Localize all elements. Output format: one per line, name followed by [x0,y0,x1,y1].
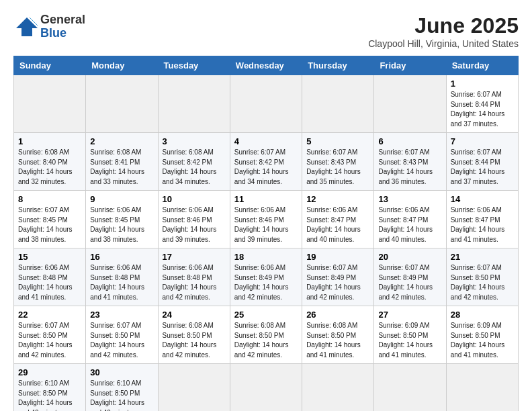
calendar-day-header: Friday [374,56,446,75]
calendar-week-row: 15Sunrise: 6:06 AMSunset: 8:48 PMDayligh… [14,248,519,306]
logo: General Blue [13,13,85,40]
day-number: 9 [90,194,153,204]
calendar-cell: 16Sunrise: 6:06 AMSunset: 8:48 PMDayligh… [86,248,158,306]
day-number: 17 [163,252,226,262]
calendar-header-row: SundayMondayTuesdayWednesdayThursdayFrid… [14,56,519,75]
logo-icon [13,15,38,39]
calendar-cell: 19Sunrise: 6:07 AMSunset: 8:49 PMDayligh… [302,248,374,306]
day-number: 1 [18,136,81,146]
day-info: Sunrise: 6:08 AMSunset: 8:42 PMDaylight:… [163,148,226,187]
calendar-cell: 29Sunrise: 6:10 AMSunset: 8:50 PMDayligh… [14,364,86,412]
day-number: 28 [451,310,514,320]
day-info: Sunrise: 6:06 AMSunset: 8:47 PMDaylight:… [306,205,369,244]
day-number: 22 [18,310,81,320]
calendar-cell: 1Sunrise: 6:07 AMSunset: 8:44 PMDaylight… [446,75,518,133]
calendar-cell: 28Sunrise: 6:09 AMSunset: 8:50 PMDayligh… [446,306,518,364]
calendar-day-header: Thursday [302,56,374,75]
calendar-cell: 10Sunrise: 6:06 AMSunset: 8:46 PMDayligh… [158,191,230,248]
day-info: Sunrise: 6:09 AMSunset: 8:50 PMDaylight:… [378,321,441,360]
location-text: Claypool Hill, Virginia, United States [368,38,519,49]
calendar-cell: 3Sunrise: 6:08 AMSunset: 8:42 PMDaylight… [158,133,230,191]
calendar-day-header: Wednesday [230,56,302,75]
day-info: Sunrise: 6:07 AMSunset: 8:44 PMDaylight:… [451,148,514,187]
calendar-cell: 25Sunrise: 6:08 AMSunset: 8:50 PMDayligh… [230,306,302,364]
calendar-cell: 4Sunrise: 6:07 AMSunset: 8:42 PMDaylight… [230,133,302,191]
calendar-cell: 8Sunrise: 6:07 AMSunset: 8:45 PMDaylight… [14,191,86,248]
day-info: Sunrise: 6:06 AMSunset: 8:48 PMDaylight:… [18,263,81,302]
day-info: Sunrise: 6:06 AMSunset: 8:49 PMDaylight:… [234,263,298,302]
day-number: 21 [451,252,514,262]
day-number: 26 [306,310,369,320]
day-number: 2 [90,136,153,146]
day-info: Sunrise: 6:08 AMSunset: 8:50 PMDaylight:… [306,321,369,360]
calendar-cell: 30Sunrise: 6:10 AMSunset: 8:50 PMDayligh… [86,364,158,412]
day-number: 25 [234,310,298,320]
day-number: 19 [306,252,369,262]
day-number: 14 [451,194,514,204]
day-number: 1 [451,79,514,89]
day-info: Sunrise: 6:07 AMSunset: 8:43 PMDaylight:… [378,148,441,187]
day-info: Sunrise: 6:07 AMSunset: 8:49 PMDaylight:… [306,263,369,302]
logo-blue-text: Blue [40,27,85,40]
day-number: 4 [234,136,298,146]
calendar-cell: 17Sunrise: 6:06 AMSunset: 8:48 PMDayligh… [158,248,230,306]
calendar-cell [302,75,374,133]
day-number: 30 [90,367,153,377]
title-block: June 2025 Claypool Hill, Virginia, Unite… [368,13,519,49]
calendar-cell: 5Sunrise: 6:07 AMSunset: 8:43 PMDaylight… [302,133,374,191]
calendar-week-row: 1Sunrise: 6:07 AMSunset: 8:44 PMDaylight… [14,75,519,133]
calendar-day-header: Saturday [446,56,518,75]
day-info: Sunrise: 6:10 AMSunset: 8:50 PMDaylight:… [18,379,81,411]
calendar-day-header: Monday [86,56,158,75]
calendar-cell: 2Sunrise: 6:08 AMSunset: 8:41 PMDaylight… [86,133,158,191]
calendar-day-header: Sunday [14,56,86,75]
logo-text: General Blue [40,13,85,40]
month-year-title: June 2025 [368,13,519,38]
day-info: Sunrise: 6:06 AMSunset: 8:46 PMDaylight:… [163,205,226,244]
calendar-week-row: 8Sunrise: 6:07 AMSunset: 8:45 PMDaylight… [14,191,519,248]
calendar-cell: 9Sunrise: 6:06 AMSunset: 8:45 PMDaylight… [86,191,158,248]
calendar-cell [158,75,230,133]
day-info: Sunrise: 6:06 AMSunset: 8:47 PMDaylight:… [451,205,514,244]
day-info: Sunrise: 6:06 AMSunset: 8:46 PMDaylight:… [234,205,298,244]
calendar-cell [374,75,446,133]
calendar-cell: 11Sunrise: 6:06 AMSunset: 8:46 PMDayligh… [230,191,302,248]
calendar-cell: 26Sunrise: 6:08 AMSunset: 8:50 PMDayligh… [302,306,374,364]
day-info: Sunrise: 6:08 AMSunset: 8:41 PMDaylight:… [90,148,153,187]
day-number: 23 [90,310,153,320]
day-number: 20 [378,252,441,262]
calendar-cell: 24Sunrise: 6:08 AMSunset: 8:50 PMDayligh… [158,306,230,364]
calendar-cell [14,75,86,133]
day-number: 12 [306,194,369,204]
day-number: 6 [378,136,441,146]
day-info: Sunrise: 6:07 AMSunset: 8:44 PMDaylight:… [451,90,514,129]
day-number: 3 [163,136,226,146]
calendar-cell [230,364,302,412]
calendar-cell [230,75,302,133]
day-info: Sunrise: 6:07 AMSunset: 8:50 PMDaylight:… [451,263,514,302]
day-number: 27 [378,310,441,320]
day-info: Sunrise: 6:06 AMSunset: 8:48 PMDaylight:… [163,263,226,302]
day-number: 18 [234,252,298,262]
calendar-cell: 22Sunrise: 6:07 AMSunset: 8:50 PMDayligh… [14,306,86,364]
day-info: Sunrise: 6:06 AMSunset: 8:45 PMDaylight:… [90,205,153,244]
calendar-cell: 20Sunrise: 6:07 AMSunset: 8:49 PMDayligh… [374,248,446,306]
calendar-cell [446,364,518,412]
day-number: 7 [451,136,514,146]
calendar-cell: 15Sunrise: 6:06 AMSunset: 8:48 PMDayligh… [14,248,86,306]
day-number: 5 [306,136,369,146]
day-info: Sunrise: 6:07 AMSunset: 8:50 PMDaylight:… [18,321,81,360]
calendar-cell [158,364,230,412]
day-number: 15 [18,252,81,262]
calendar-cell: 27Sunrise: 6:09 AMSunset: 8:50 PMDayligh… [374,306,446,364]
calendar-cell: 7Sunrise: 6:07 AMSunset: 8:44 PMDaylight… [446,133,518,191]
day-number: 29 [18,367,81,377]
day-number: 8 [18,194,81,204]
calendar-cell: 13Sunrise: 6:06 AMSunset: 8:47 PMDayligh… [374,191,446,248]
calendar-cell: 12Sunrise: 6:06 AMSunset: 8:47 PMDayligh… [302,191,374,248]
day-number: 16 [90,252,153,262]
day-info: Sunrise: 6:08 AMSunset: 8:50 PMDaylight:… [234,321,298,360]
calendar-cell: 6Sunrise: 6:07 AMSunset: 8:43 PMDaylight… [374,133,446,191]
day-info: Sunrise: 6:06 AMSunset: 8:48 PMDaylight:… [90,263,153,302]
calendar-cell: 21Sunrise: 6:07 AMSunset: 8:50 PMDayligh… [446,248,518,306]
